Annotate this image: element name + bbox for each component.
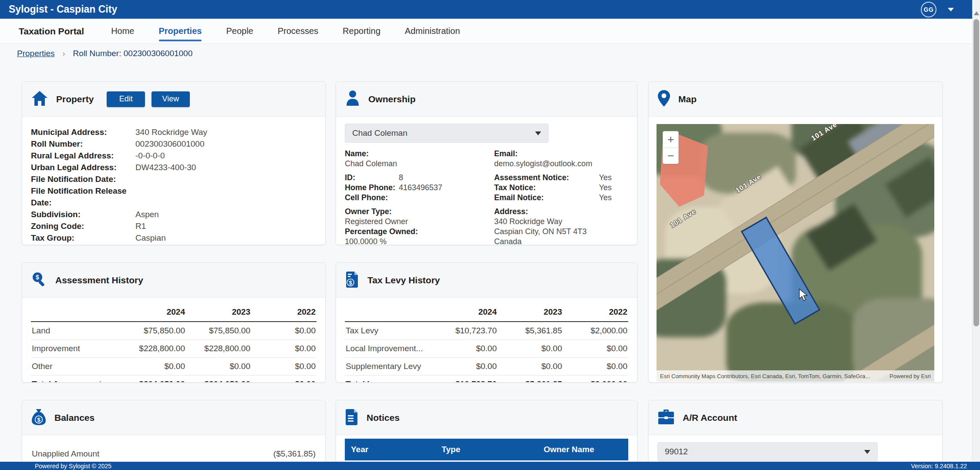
app-title: Sylogist - Caspian City bbox=[9, 3, 117, 15]
field-value: DW4233-400-30 bbox=[135, 161, 196, 173]
ar-account-select-value: 99012 bbox=[665, 447, 688, 457]
field-label: Municipal Address: bbox=[31, 126, 135, 138]
assessment-history-title: Assessment History bbox=[55, 275, 143, 285]
ownership-card-title: Ownership bbox=[368, 94, 416, 104]
mouse-cursor bbox=[798, 289, 808, 303]
home-phone-value: 4163496537 bbox=[399, 183, 442, 193]
table-row: Local Improvement... $0.00 $0.00 $0.00 bbox=[345, 340, 628, 358]
tax-levy-history-title: Tax Levy History bbox=[367, 275, 440, 285]
year-col-header: 2022 bbox=[251, 304, 317, 322]
notices-col-owner: Owner Name bbox=[538, 439, 628, 460]
svg-text:$: $ bbox=[349, 279, 352, 286]
footer-version: Version: 9.2408.1.22 bbox=[911, 463, 967, 470]
user-menu-caret-icon[interactable] bbox=[948, 8, 954, 11]
email-label: Email: bbox=[494, 149, 612, 159]
name-label: Name: bbox=[345, 149, 494, 159]
assessment-search-dollar-icon: $ bbox=[31, 271, 47, 289]
home-phone-label: Home Phone: bbox=[345, 183, 399, 193]
tax-levy-history-table: 2024 2023 2022 Tax Levy $10,723.70 $5,36… bbox=[345, 304, 628, 383]
table-row: Other $0.00 $0.00 $0.00 bbox=[31, 358, 317, 376]
table-row: Improvement $228,800.00 $228,800.00 $0.0… bbox=[31, 340, 317, 358]
tax-document-dollar-icon: $ bbox=[345, 271, 360, 290]
breadcrumb-separator: › bbox=[63, 49, 65, 58]
owner-type-value: Registered Owner bbox=[345, 217, 494, 227]
app-footer: Powered by Sylogist © 2025 Version: 9.24… bbox=[0, 462, 980, 470]
table-total-row: Total Assessment $304,650.00 $304,650.00… bbox=[31, 376, 317, 383]
attribution-text: Esri Community Maps Contributors, Esri C… bbox=[660, 373, 870, 379]
address-label: Address: bbox=[494, 207, 612, 217]
user-avatar[interactable]: GG bbox=[921, 2, 936, 17]
table-row: Land $75,850.00 $75,850.00 $0.00 bbox=[31, 322, 317, 340]
app-titlebar: Sylogist - Caspian City GG bbox=[0, 0, 980, 19]
nav-item-people[interactable]: People bbox=[226, 19, 253, 44]
map-canvas[interactable]: 101 Ave 101 Ave 101 Ave + − Esri Communi… bbox=[657, 124, 934, 382]
email-value: demo.sylogist@outlook.com bbox=[494, 159, 612, 169]
scrollbar-thumb[interactable] bbox=[973, 19, 979, 326]
breadcrumb-properties-link[interactable]: Properties bbox=[17, 49, 55, 58]
zoom-out-button[interactable]: − bbox=[663, 148, 678, 164]
map-zoom-control: + − bbox=[663, 131, 679, 164]
field-label: File Notification Release Date: bbox=[31, 185, 135, 208]
ar-account-card: A/R Account 99012 bbox=[648, 400, 943, 470]
notices-col-year: Year bbox=[345, 439, 435, 460]
assessment-history-card: $ Assessment History 2024 2023 2022 Land… bbox=[22, 262, 326, 383]
balance-row: Unapplied Amount ($5,361.85) bbox=[31, 444, 317, 464]
breadcrumb: Properties › Roll Number: 00230030600100… bbox=[17, 49, 192, 58]
property-card-title: Property bbox=[56, 94, 94, 104]
year-col-header: 2022 bbox=[563, 304, 628, 322]
breadcrumb-current: Roll Number: 002300306001000 bbox=[73, 49, 193, 58]
field-label: Zoning Code: bbox=[31, 220, 135, 232]
field-value: 002300306001000 bbox=[135, 138, 205, 150]
field-label: Rural Legal Address: bbox=[31, 150, 135, 161]
scroll-up-arrow-icon[interactable] bbox=[974, 11, 979, 15]
nav-item-administration[interactable]: Administration bbox=[405, 19, 460, 44]
field-value: Aspen bbox=[135, 208, 159, 220]
edit-button[interactable]: Edit bbox=[107, 91, 145, 107]
assessment-notice-value: Yes bbox=[599, 173, 612, 183]
tax-notice-value: Yes bbox=[599, 183, 612, 193]
field-label: Roll Number: bbox=[31, 138, 135, 150]
table-total-row: Total Levy $10,723.70 $5,361.85 $2,000.0… bbox=[345, 376, 628, 383]
year-col-header: 2024 bbox=[432, 304, 498, 322]
address-line: Canada bbox=[494, 237, 612, 245]
field-label: Urban Legal Address: bbox=[31, 161, 135, 173]
svg-text:$: $ bbox=[37, 416, 40, 423]
notices-document-icon bbox=[345, 408, 359, 427]
view-button[interactable]: View bbox=[152, 91, 190, 107]
notices-card: Notices Year Type Owner Name Canadian Im… bbox=[336, 400, 637, 470]
ar-account-select[interactable]: 99012 bbox=[657, 442, 878, 461]
owner-select[interactable]: Chad Coleman bbox=[345, 124, 549, 143]
ownership-card: Ownership Chad Coleman Name: Chad Colema… bbox=[336, 81, 637, 245]
table-row: Tax Levy $10,723.70 $5,361.85 $2,000.00 bbox=[345, 322, 628, 340]
balance-label: Unapplied Amount bbox=[32, 449, 99, 459]
field-value: 340 Rockridge Way bbox=[135, 126, 207, 138]
nav-item-reporting[interactable]: Reporting bbox=[343, 19, 381, 44]
address-line: Caspian City, ON N5T 4T3 bbox=[494, 227, 612, 237]
id-label: ID: bbox=[345, 173, 399, 183]
tax-levy-history-card: $ Tax Levy History 2024 2023 2022 Tax Le… bbox=[336, 262, 637, 383]
property-card: Property Edit View Municipal Address:340… bbox=[22, 81, 326, 245]
field-value: R1 bbox=[135, 220, 146, 232]
balance-value: ($5,361.85) bbox=[273, 449, 316, 459]
page-scrollbar[interactable] bbox=[972, 0, 980, 462]
year-col-header: 2023 bbox=[186, 304, 251, 322]
notices-title: Notices bbox=[367, 413, 400, 423]
map-attribution: Esri Community Maps Contributors, Esri C… bbox=[657, 370, 934, 382]
footer-powered-by: Powered by Sylogist © 2025 bbox=[35, 463, 111, 470]
briefcase-icon bbox=[657, 409, 675, 426]
svg-text:$: $ bbox=[36, 274, 39, 281]
name-value: Chad Coleman bbox=[345, 159, 494, 169]
tax-notice-label: Tax Notice: bbox=[494, 183, 536, 193]
map-pin-icon bbox=[657, 90, 670, 109]
field-label: Tax Group: bbox=[31, 232, 135, 244]
nav-brand: Taxation Portal bbox=[19, 26, 84, 37]
select-caret-icon bbox=[535, 131, 541, 135]
cell-phone-label: Cell Phone: bbox=[345, 193, 399, 203]
field-value: -0-0-0-0 bbox=[135, 150, 165, 161]
nav-item-properties[interactable]: Properties bbox=[159, 19, 202, 44]
nav-item-home[interactable]: Home bbox=[111, 19, 134, 44]
email-notice-label: Email Notice: bbox=[494, 193, 544, 203]
field-label: File Notification Date: bbox=[31, 173, 135, 185]
nav-item-processes[interactable]: Processes bbox=[278, 19, 318, 44]
zoom-in-button[interactable]: + bbox=[663, 131, 678, 148]
